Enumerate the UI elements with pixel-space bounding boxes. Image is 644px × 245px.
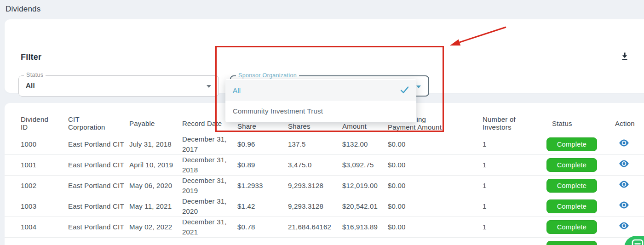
col-header-share: Share [237, 122, 286, 130]
cell-action [615, 139, 644, 149]
cell-record-date: December 31, 2020 [182, 196, 235, 217]
dividends-table: DividendID CITCorporation Payable Record… [5, 103, 644, 245]
cell-dividend-id: 1003 [21, 201, 67, 211]
cell-share: $0.89 [237, 160, 286, 170]
cell-cit-corporation: East Portland CIT [68, 160, 127, 170]
table-row: 1002 East Portland CIT May 06, 2020 Dece… [5, 176, 644, 196]
cell-amount: $3,092.75 [342, 160, 386, 170]
col-header-cit-corporation: CITCorporation [68, 115, 127, 131]
cell-cit-corporation: East Portland CIT [68, 222, 127, 232]
col-header-shares: Shares [288, 122, 341, 130]
cell-dividend-id: 1000 [21, 139, 67, 149]
page-title: Dividends [6, 5, 40, 14]
cell-payable: July 31, 2018 [129, 139, 181, 149]
cell-number-of-investors: 1 [483, 222, 533, 232]
cell-payable: May 02, 2022 [129, 222, 181, 232]
cell-record-date: December 31, [182, 243, 235, 245]
cell-amount: $132.00 [342, 139, 386, 149]
status-select[interactable]: Status All [18, 75, 219, 97]
menu-item-all[interactable]: All [225, 80, 416, 101]
cell-shares: 9,293.3128 [288, 181, 341, 191]
cell-share: $0.78 [237, 222, 286, 232]
cell-status: Complete [546, 241, 602, 245]
cell-cit-corporation: East Portland CIT [68, 139, 127, 149]
eye-icon[interactable] [619, 181, 629, 191]
cell-dividend-id: 1002 [21, 181, 67, 191]
cell-status: Complete [546, 158, 602, 172]
cell-cit-corporation: East Portland CIT [68, 181, 127, 191]
cell-status: Complete [546, 137, 602, 151]
table-row: December 31, Complete [5, 238, 644, 245]
cell-payable: April 10, 2019 [129, 160, 181, 170]
eye-icon[interactable] [619, 139, 629, 149]
status-badge: Complete [546, 137, 597, 151]
cell-payable: May 06, 2020 [129, 181, 181, 191]
cell-action [615, 181, 644, 191]
status-select-label: Status [24, 72, 46, 78]
col-header-dividend-id: DividendID [21, 115, 67, 131]
table-body: 1000 East Portland CIT July 31, 2018 Dec… [5, 134, 644, 245]
chevron-down-icon [416, 85, 421, 88]
cell-cit-corporation: East Portland CIT [68, 201, 127, 211]
table-row: 1000 East Portland CIT July 31, 2018 Dec… [5, 134, 644, 155]
cell-status: Complete [546, 199, 602, 213]
cell-number-of-investors: 1 [483, 201, 533, 211]
cell-share: $1.2933 [237, 181, 286, 191]
status-badge: Complete [546, 199, 597, 213]
cell-outstanding-payment-amount: $0.00 [388, 222, 480, 232]
download-icon [620, 55, 629, 63]
table-row: 1003 East Portland CIT May 11, 2021 Dece… [5, 196, 644, 217]
col-header-action: Action [615, 120, 644, 127]
menu-item-community-investment-trust[interactable]: Community Investment Trust [225, 101, 416, 121]
cell-record-date: December 31, 2019 [182, 176, 235, 196]
table-row: 1004 East Portland CIT May 02, 2022 Dece… [5, 217, 644, 238]
chevron-down-icon [207, 85, 211, 88]
table-row: 1001 East Portland CIT April 10, 2019 De… [5, 155, 644, 176]
sponsor-organization-menu: All Community Investment Trust [225, 79, 416, 122]
cell-amount: $16,913.89 [342, 222, 386, 232]
sponsor-select-label: Sponsor Organization [236, 72, 299, 79]
cell-amount: $20,542.01 [342, 201, 386, 211]
cell-payable: May 11, 2021 [129, 201, 181, 211]
cell-shares: 9,293.3128 [288, 201, 341, 211]
status-badge: Complete [546, 241, 597, 245]
filter-heading: Filter [21, 52, 41, 62]
cell-status: Complete [546, 179, 602, 193]
eye-icon[interactable] [619, 160, 629, 170]
cell-action [615, 201, 644, 211]
cell-record-date: December 31, 2021 [182, 217, 235, 237]
col-header-amount: Amount [342, 122, 386, 130]
cell-dividend-id: 1001 [21, 160, 67, 170]
status-badge: Complete [546, 179, 597, 193]
cell-record-date: December 31, 2018 [182, 155, 235, 175]
col-header-number-of-investors: Number ofInvestors [483, 115, 533, 131]
cell-shares: 21,684.64162 [288, 222, 341, 232]
cell-number-of-investors: 1 [483, 139, 533, 149]
status-select-value: All [26, 81, 35, 89]
cell-outstanding-payment-amount: $0.00 [388, 139, 480, 149]
cell-share: $1.42 [237, 201, 286, 211]
cell-action [615, 222, 644, 232]
cell-dividend-id: 1004 [21, 222, 67, 232]
col-header-payable: Payable [129, 120, 181, 127]
cell-status: Complete [546, 220, 602, 234]
cell-outstanding-payment-amount: $0.00 [388, 201, 480, 211]
status-badge: Complete [546, 158, 597, 172]
status-badge: Complete [546, 220, 597, 234]
cell-action [615, 160, 644, 170]
cell-shares: 3,475.0 [288, 160, 341, 170]
check-icon [400, 86, 409, 95]
cell-amount: $12,019.00 [342, 181, 386, 191]
cell-share: $0.96 [237, 139, 286, 149]
download-button[interactable] [620, 51, 631, 63]
cell-outstanding-payment-amount: $0.00 [388, 160, 480, 170]
cell-record-date: December 31, 2017 [182, 134, 235, 154]
top-bar: Dividends [0, 0, 644, 19]
cell-shares: 137.5 [288, 139, 341, 149]
eye-icon[interactable] [619, 222, 629, 232]
cell-number-of-investors: 1 [483, 181, 533, 191]
cell-number-of-investors: 1 [483, 160, 533, 170]
eye-icon[interactable] [619, 201, 629, 211]
cell-outstanding-payment-amount: $0.00 [388, 181, 480, 191]
col-header-status: Status [552, 120, 572, 127]
